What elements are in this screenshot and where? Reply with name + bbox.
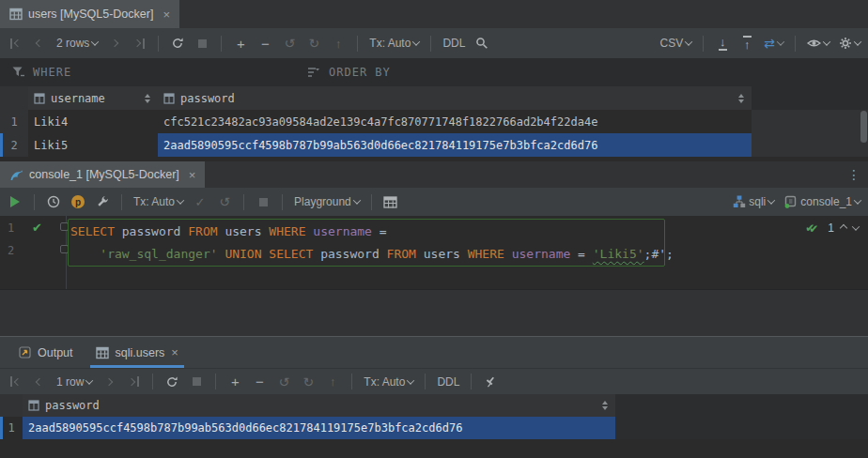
revert-icon[interactable]: ↻ bbox=[306, 34, 321, 53]
schema-icon bbox=[733, 195, 746, 208]
add-row-button[interactable]: + bbox=[227, 373, 242, 391]
first-page-button[interactable] bbox=[8, 34, 23, 53]
sort-toggle-icon[interactable] bbox=[738, 94, 744, 103]
tab-users-label: users [MySQL5-Docker] bbox=[28, 8, 153, 21]
column-header-username[interactable]: username bbox=[28, 86, 158, 110]
app-window: users [MySQL5-Docker] × 2 rows + − ↺ ↻ ↑… bbox=[0, 0, 868, 458]
console-toolbar: p Tx: Auto ✓ ↺ Playground sqli bbox=[0, 188, 868, 216]
reload-icon[interactable] bbox=[164, 373, 179, 391]
search-icon[interactable] bbox=[474, 34, 489, 53]
table-row[interactable]: 1 Liki4 cfc521c23482ac93a09584ad2e139c4a… bbox=[0, 110, 868, 133]
statement-success-check-icon[interactable]: ✔ bbox=[32, 221, 42, 235]
previous-page-button[interactable] bbox=[32, 373, 47, 391]
stop-icon[interactable] bbox=[194, 34, 209, 53]
last-page-button[interactable] bbox=[126, 373, 141, 391]
chevron-up-icon[interactable] bbox=[840, 224, 847, 232]
gear-icon[interactable] bbox=[839, 34, 860, 53]
chevron-down-icon bbox=[685, 38, 692, 45]
first-page-button[interactable] bbox=[8, 373, 23, 391]
divider bbox=[795, 36, 796, 52]
tab-console[interactable]: console_1 [MySQL5-Docker] × bbox=[0, 161, 205, 188]
schema-selector[interactable]: sqli bbox=[733, 192, 774, 211]
code-line[interactable]: 'raw_sql_danger' UNION SELECT password F… bbox=[70, 242, 674, 265]
tab-users-grid[interactable]: users [MySQL5-Docker] × bbox=[0, 0, 179, 28]
undo-icon[interactable]: ↺ bbox=[276, 373, 291, 391]
close-icon[interactable]: × bbox=[163, 8, 170, 22]
rollback-icon[interactable]: ↺ bbox=[217, 192, 232, 211]
close-icon[interactable]: × bbox=[189, 168, 196, 182]
stop-icon[interactable] bbox=[189, 373, 204, 391]
kebab-menu-icon[interactable]: ⋮ bbox=[847, 167, 860, 182]
sql-editor[interactable]: 1 2 ✔ SELECT password FROM users WHERE u… bbox=[0, 216, 868, 289]
page-size-selector[interactable]: 1 row bbox=[56, 373, 92, 391]
compare-icon[interactable]: ⇄ bbox=[764, 34, 783, 53]
tab-console-label: console_1 [MySQL5-Docker] bbox=[29, 168, 179, 181]
last-page-button[interactable] bbox=[132, 34, 147, 53]
tx-mode-selector[interactable]: Tx: Auto bbox=[133, 192, 183, 211]
ddl-button[interactable]: DDL bbox=[437, 373, 459, 391]
column-header-password[interactable]: password bbox=[158, 86, 752, 110]
submit-icon[interactable]: ↑ bbox=[331, 34, 346, 53]
next-page-button[interactable] bbox=[101, 373, 116, 391]
export-format-selector[interactable]: CSV bbox=[660, 34, 692, 53]
cell-password[interactable]: cfc521c23482ac93a09584ad2e139c4a7fc87077… bbox=[158, 110, 752, 133]
view-options-icon[interactable] bbox=[807, 34, 829, 53]
stop-icon[interactable] bbox=[256, 192, 271, 211]
code-line[interactable]: SELECT password FROM users WHERE usernam… bbox=[70, 220, 387, 242]
header-gutter bbox=[0, 394, 23, 417]
tx-mode-selector[interactable]: Tx: Auto bbox=[364, 373, 413, 391]
add-row-button[interactable]: + bbox=[233, 34, 248, 53]
order-by-filter[interactable]: ORDER BY bbox=[295, 66, 391, 79]
cell-username[interactable]: Liki5 bbox=[28, 133, 158, 157]
table-row[interactable]: 2 Liki5 2aad5890595ccf4598b787b99ab563d0… bbox=[0, 133, 868, 157]
tab-result-grid[interactable]: sqli.users × bbox=[85, 337, 190, 368]
sql-token bbox=[306, 224, 314, 238]
import-data-icon[interactable]: ↓ bbox=[715, 34, 730, 53]
chevron-down-icon[interactable] bbox=[852, 222, 860, 230]
results-view-icon[interactable] bbox=[383, 192, 398, 211]
divider bbox=[121, 194, 122, 210]
session-selector[interactable]: console_1 bbox=[783, 192, 860, 211]
history-icon[interactable] bbox=[46, 192, 61, 211]
tab-output[interactable]: Output bbox=[8, 337, 85, 368]
divider bbox=[215, 374, 216, 389]
sort-toggle-icon[interactable] bbox=[145, 94, 150, 103]
undo-icon[interactable]: ↺ bbox=[282, 34, 297, 53]
parameters-icon[interactable]: p bbox=[70, 192, 85, 211]
header-gutter bbox=[0, 86, 28, 110]
where-filter[interactable]: WHERE bbox=[0, 66, 295, 79]
sql-token: SELECT bbox=[70, 224, 115, 238]
divider bbox=[158, 36, 159, 52]
delete-row-button[interactable]: − bbox=[252, 373, 267, 391]
close-icon[interactable]: × bbox=[171, 345, 178, 359]
sql-token: FROM bbox=[387, 247, 416, 261]
ddl-button[interactable]: DDL bbox=[442, 34, 465, 53]
delete-row-button[interactable]: − bbox=[257, 34, 272, 53]
tx-mode-selector[interactable]: Tx: Auto bbox=[369, 34, 419, 53]
commit-check-icon[interactable]: ✓ bbox=[193, 192, 208, 211]
divider bbox=[425, 374, 426, 389]
chevron-down-icon bbox=[407, 376, 414, 384]
session-icon bbox=[783, 195, 798, 208]
page-size-selector[interactable]: 2 rows bbox=[56, 34, 98, 53]
playground-mode-selector[interactable]: Playground bbox=[294, 192, 360, 211]
wrench-icon[interactable] bbox=[95, 192, 110, 211]
submit-icon[interactable]: ↑ bbox=[325, 373, 340, 391]
cell-username[interactable]: Liki4 bbox=[28, 110, 158, 133]
revert-icon[interactable]: ↻ bbox=[301, 373, 316, 391]
column-header-password[interactable]: password bbox=[23, 394, 615, 417]
sql-token: 'Liki5' bbox=[593, 247, 644, 261]
reload-icon[interactable] bbox=[170, 34, 185, 53]
export-data-icon[interactable]: ↑ bbox=[739, 34, 754, 53]
sort-toggle-icon[interactable] bbox=[602, 401, 608, 410]
column-icon bbox=[163, 93, 175, 104]
cell-password-selected[interactable]: 2aad5890595ccf4598b787b99ab563d0d66ec821… bbox=[158, 133, 752, 157]
run-button[interactable] bbox=[8, 192, 23, 211]
vertical-scrollbar[interactable] bbox=[860, 111, 867, 143]
previous-page-button[interactable] bbox=[32, 34, 47, 53]
line-number: 2 bbox=[8, 244, 24, 257]
table-row[interactable]: 1 2aad5890595ccf4598b787b99ab563d0d66ec8… bbox=[0, 417, 868, 439]
next-page-button[interactable] bbox=[107, 34, 122, 53]
pin-tab-icon[interactable] bbox=[483, 373, 498, 391]
cell-password-selected[interactable]: 2aad5890595ccf4598b787b99ab563d0d66ec821… bbox=[23, 417, 615, 439]
